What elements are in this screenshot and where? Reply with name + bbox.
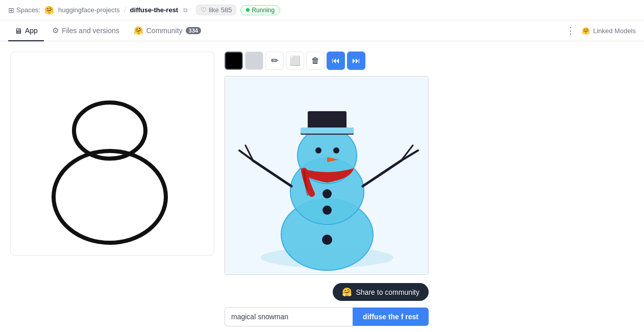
- linked-models-link[interactable]: 🤗 Linked Models: [582, 27, 636, 35]
- status-badge: Running: [240, 5, 280, 15]
- spaces-grid-icon: ⊞: [8, 6, 14, 14]
- copy-icon[interactable]: ⧉: [183, 7, 188, 14]
- status-label: Running: [252, 7, 275, 14]
- main-content: ✏ ⬜ 🗑 ⏮ ⏭: [0, 41, 644, 332]
- right-panel: ✏ ⬜ 🗑 ⏮ ⏭: [225, 52, 429, 326]
- navtabs: 🖥 App ⚙ Files and versions 🤗 Community 3…: [0, 20, 644, 41]
- like-label: like: [209, 6, 219, 14]
- spaces-label: Spaces:: [16, 6, 40, 14]
- share-to-community-button[interactable]: 🤗 Share to community: [333, 283, 429, 301]
- like-button[interactable]: ♡ like 585: [196, 5, 236, 15]
- like-count: 585: [221, 6, 232, 14]
- tab-community-label: Community: [146, 27, 183, 35]
- clear-button[interactable]: 🗑: [306, 52, 325, 70]
- hf-icon: 🤗: [44, 6, 54, 15]
- diffuse-button[interactable]: diffuse the f rest: [353, 308, 429, 326]
- files-icon: ⚙: [52, 26, 59, 35]
- eraser-button[interactable]: ⬜: [286, 52, 304, 70]
- tab-community[interactable]: 🤗 Community 334: [128, 21, 207, 41]
- svg-point-16: [323, 189, 332, 198]
- tab-files[interactable]: ⚙ Files and versions: [46, 21, 126, 41]
- share-btn-label: Share to community: [356, 288, 420, 296]
- generated-image: [225, 76, 429, 275]
- svg-point-1: [54, 151, 166, 243]
- svg-point-14: [333, 147, 339, 154]
- heart-icon: ♡: [201, 6, 207, 14]
- svg-point-17: [323, 206, 332, 215]
- linked-models-icon: 🤗: [582, 27, 590, 35]
- drawing-canvas[interactable]: [10, 52, 214, 256]
- color-black-button[interactable]: [225, 52, 243, 70]
- pencil-button[interactable]: ✏: [265, 52, 284, 70]
- toolbar: ✏ ⬜ 🗑 ⏮ ⏭: [225, 52, 429, 70]
- topbar: ⊞ Spaces: 🤗 huggingface-projects / diffu…: [0, 0, 644, 20]
- svg-rect-12: [301, 127, 354, 134]
- tab-files-label: Files and versions: [62, 27, 119, 35]
- project-name: diffuse-the-rest: [130, 6, 179, 14]
- svg-point-13: [315, 147, 321, 154]
- hf-share-icon: 🤗: [342, 287, 352, 297]
- community-badge: 334: [186, 27, 201, 34]
- color-gray-button[interactable]: [245, 52, 263, 70]
- more-button[interactable]: ⋮: [563, 23, 578, 38]
- tab-app[interactable]: 🖥 App: [8, 21, 44, 41]
- community-icon: 🤗: [134, 26, 143, 35]
- separator: /: [124, 6, 126, 14]
- org-link[interactable]: huggingface-projects: [58, 6, 120, 14]
- linked-models-label: Linked Models: [593, 27, 636, 35]
- skip-button[interactable]: ⏭: [347, 52, 365, 70]
- snowman-svg: [225, 76, 429, 275]
- svg-point-18: [322, 235, 332, 245]
- tab-app-label: App: [25, 27, 38, 35]
- navtab-right: ⋮ 🤗 Linked Models: [563, 23, 636, 38]
- prompt-input[interactable]: [225, 307, 353, 326]
- app-icon: 🖥: [14, 27, 22, 35]
- input-row: diffuse the f rest: [225, 307, 429, 326]
- sketch-svg: [15, 57, 209, 250]
- status-dot: [246, 8, 250, 12]
- step-back-button[interactable]: ⏮: [327, 52, 345, 70]
- spaces-nav: ⊞ Spaces:: [8, 6, 40, 14]
